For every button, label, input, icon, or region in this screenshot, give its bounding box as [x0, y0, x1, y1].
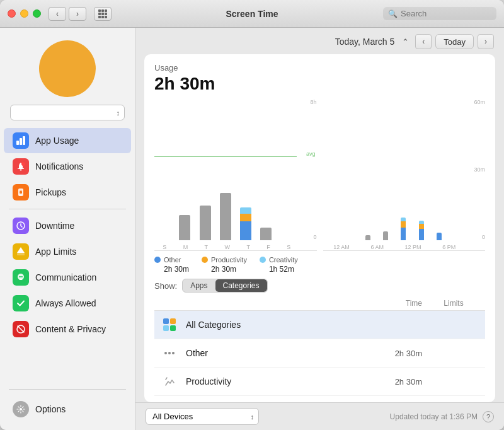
search-box[interactable]: 🔍 [383, 7, 496, 20]
y-label-0w: 0 [299, 234, 317, 240]
legend-other: Other 2h 30m [154, 256, 189, 274]
table-row-productivity[interactable]: Productivity 2h 30m [154, 368, 485, 396]
svg-point-21 [164, 352, 167, 354]
table-row-other[interactable]: Other 2h 30m [154, 339, 485, 368]
sidebar-item-label-communication: Communication [35, 272, 96, 282]
footer-bar: All Devices ↕ Updated today at 1:36 PM ? [135, 402, 504, 430]
svg-point-11 [19, 276, 20, 277]
user-select[interactable] [10, 105, 125, 120]
options-item[interactable]: Options [13, 397, 122, 421]
daily-bar-12pm [419, 99, 424, 240]
svg-point-22 [168, 352, 171, 354]
back-button[interactable]: ‹ [49, 7, 66, 21]
daily-bar-6am [365, 99, 370, 240]
sidebar-item-always-allowed[interactable]: Always Allowed [4, 291, 131, 316]
bar-m [179, 215, 190, 240]
traffic-lights [8, 9, 41, 18]
sidebar-item-communication[interactable]: Communication [4, 265, 131, 290]
x-6am: 6 AM [370, 244, 384, 250]
sidebar-item-label-downtime: Downtime [35, 221, 74, 231]
x-12pm: 12 PM [405, 244, 421, 250]
svg-line-24 [166, 378, 167, 380]
x-12am: 12 AM [333, 244, 350, 250]
app-limits-icon [13, 243, 29, 260]
legend-dot-creativity [260, 257, 266, 263]
legend-name-productivity: Productivity [211, 256, 247, 264]
app-usage-icon [13, 132, 29, 149]
legend-name-creativity: Creativity [269, 256, 298, 264]
nav-buttons: ‹ › [49, 7, 86, 21]
row-time-productivity: 2h 30m [378, 377, 428, 386]
sidebar-item-label-notifications: Notifications [35, 161, 83, 171]
row-time-other: 2h 30m [378, 349, 428, 358]
svg-line-15 [18, 326, 24, 332]
sidebar-item-pickups[interactable]: Pickups [4, 180, 131, 205]
grid-view-button[interactable] [94, 7, 112, 21]
svg-rect-9 [17, 253, 25, 255]
svg-rect-6 [20, 190, 22, 190]
svg-point-12 [20, 276, 21, 277]
avatar [39, 40, 96, 97]
weekly-chart: avg 8h 0 [154, 99, 317, 251]
updated-text: Updated today at 1:36 PM [390, 412, 478, 421]
device-select[interactable]: All Devices [146, 408, 259, 425]
sidebar-item-label-content-privacy: Content & Privacy [35, 324, 106, 334]
bar-w [220, 193, 231, 240]
x-w: W [224, 244, 230, 250]
daily-bar-6pm [455, 99, 460, 240]
sidebar-divider-2 [9, 389, 126, 390]
svg-rect-20 [170, 325, 176, 331]
svg-point-4 [21, 162, 25, 166]
apps-toggle-button[interactable]: Apps [183, 279, 215, 292]
daily-bar-2pm [437, 99, 442, 240]
col-limits: Limits [428, 299, 479, 308]
other-icon [161, 344, 178, 362]
sidebar-item-notifications[interactable]: Notifications [4, 154, 131, 179]
fullscreen-button[interactable] [33, 9, 41, 18]
today-button[interactable]: Today [435, 34, 474, 49]
main-panel: Today, March 5 ⌃ ‹ Today › Usage 2h 30m … [135, 28, 504, 430]
daily-chart: 60m 30m 0 [323, 99, 486, 251]
communication-icon [13, 269, 29, 286]
sidebar-item-app-usage[interactable]: App Usage [4, 128, 131, 153]
categories-toggle-button[interactable]: Categories [215, 279, 267, 292]
titlebar: ‹ › Screen Time 🔍 [0, 0, 504, 28]
next-date-button[interactable]: › [478, 34, 494, 49]
chart-legend: Other 2h 30m Productivity 2h 30m [154, 256, 485, 274]
sidebar-item-downtime[interactable]: Downtime [4, 213, 131, 238]
svg-rect-7 [20, 191, 22, 194]
y-label-30m: 30m [466, 166, 485, 173]
svg-rect-19 [163, 325, 169, 331]
legend-value-other: 2h 30m [164, 265, 189, 274]
minimize-button[interactable] [20, 9, 28, 18]
prev-date-button[interactable]: ‹ [415, 34, 432, 49]
daily-bar-9am [383, 99, 388, 240]
options-icon [13, 401, 29, 417]
always-allowed-icon [13, 295, 29, 311]
y-label-0d: 0 [466, 234, 485, 240]
show-bar: Show: Apps Categories [154, 274, 485, 296]
usage-value: 2h 30m [154, 74, 485, 94]
sidebar-item-content-privacy[interactable]: Content & Privacy [4, 317, 131, 342]
svg-rect-0 [16, 141, 19, 145]
svg-rect-1 [20, 138, 22, 145]
bar-t1 [200, 206, 211, 240]
close-button[interactable] [8, 9, 16, 18]
user-select-wrap: ↕ [0, 105, 135, 128]
chart-area: Usage 2h 30m avg 8h 0 [144, 54, 495, 402]
pickups-icon [13, 184, 29, 200]
forward-button[interactable]: › [69, 7, 86, 21]
x-6pm: 6 PM [442, 244, 455, 250]
downtime-icon [13, 218, 29, 234]
daily-bar-12am [329, 99, 335, 240]
usage-label: Usage [154, 63, 485, 73]
col-name [186, 299, 378, 308]
help-button[interactable]: ? [483, 411, 494, 422]
date-nav: Today, March 5 ⌃ ‹ Today › [135, 28, 504, 54]
footer-right: Updated today at 1:36 PM ? [390, 411, 494, 422]
y-label-60m: 60m [466, 99, 485, 105]
search-input[interactable] [401, 9, 491, 18]
table-row-all-categories[interactable]: All Categories [154, 311, 485, 339]
legend-name-other: Other [164, 256, 181, 264]
sidebar-item-app-limits[interactable]: App Limits [4, 239, 131, 264]
